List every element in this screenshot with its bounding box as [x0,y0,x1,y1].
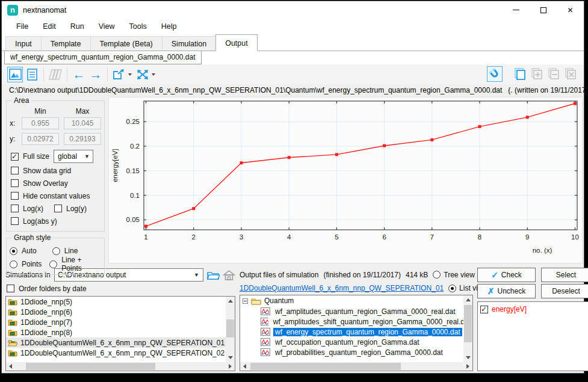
menu-view[interactable]: View [91,20,122,33]
copy-plot-button[interactable] [512,66,528,82]
full-size-checkbox[interactable] [11,153,19,161]
tab-output[interactable]: Output [215,34,258,51]
column-list[interactable]: energy[eV] [477,301,588,371]
tree-view-radio[interactable] [433,271,441,279]
tree-file-row[interactable]: wf_probabilities_quantum_region_Gamma_00… [240,347,472,357]
menu-help[interactable]: Help [154,20,184,33]
tree-vscrollbar[interactable] [463,295,472,362]
simulation-folder-list[interactable]: 1Ddiode_nnp(5) 1Ddiode_nnp(6) 1Ddiode_nn… [5,296,235,371]
scroll-right-button[interactable] [463,362,472,371]
style-points-radio[interactable] [10,260,17,268]
folder-list-hscrollbar[interactable] [6,362,235,371]
forward-button[interactable]: → [88,67,104,82]
log-x-checkbox[interactable] [11,205,19,212]
arrow-left-icon: ← [73,69,85,81]
simulations-panel: Simulations in C:\D\nextnano output ▼ Or [5,268,235,371]
svg-text:3: 3 [240,233,243,241]
x-min-field[interactable]: 0.955 [22,117,59,129]
check-button[interactable]: ✓ Check [477,268,536,282]
add-overlay-button[interactable] [529,66,545,82]
column-item[interactable]: energy[eV] [480,304,588,315]
tree-file-row[interactable]: wf_amplitudes_shift_quantum_region_Gamma… [240,316,472,327]
select-button[interactable]: Select [541,268,588,282]
style-line-points-radio[interactable] [49,260,57,268]
tree-file-row[interactable]: wf_occupation_quantum_region_Gamma.dat [240,337,472,347]
log-abs-y-checkbox[interactable] [11,217,19,225]
output-file-tree[interactable]: Quantum wf_amplitudes_quantum_region_Gam… [240,295,473,371]
folder-list-vscrollbar[interactable] [226,297,235,362]
x-max-field[interactable]: 10.045 [64,117,101,129]
deselect-button[interactable]: Deselect [541,284,588,298]
scroll-up-button[interactable] [463,295,472,304]
magnet-button[interactable] [487,66,503,82]
scroll-left-button[interactable] [240,362,249,371]
clear-overlay-button[interactable] [563,66,578,82]
y-max-field[interactable]: 0.29193 [64,133,101,145]
remove-overlay-button[interactable] [546,66,562,82]
full-extent-button[interactable] [135,67,150,82]
log-y-checkbox[interactable] [54,205,62,212]
show-overlay-checkbox[interactable] [11,179,19,187]
scroll-up-button[interactable] [226,297,235,306]
browse-folder-icon[interactable] [206,270,220,281]
back-button[interactable]: ← [71,67,87,82]
svg-text:5: 5 [335,233,338,241]
menu-run[interactable]: Run [63,20,91,33]
scroll-thumb[interactable] [26,363,155,370]
home-icon[interactable] [223,270,235,281]
tree-hscrollbar[interactable] [240,362,472,371]
open-folder-icon [8,339,17,347]
document-tab-strip: wf_energy_spectrum_quantum_region_Gamma_… [2,51,584,64]
file-written-note: (. (written on 19/11/2017) [508,86,588,94]
tab-template[interactable]: Template [41,36,91,51]
scroll-thumb[interactable] [226,319,234,337]
menu-edit[interactable]: Edit [36,20,63,33]
folder-row[interactable]: 1Ddiode_nnp(7) [6,317,235,327]
hide-constant-values-checkbox[interactable] [11,192,19,200]
chart-area[interactable]: 123456789100.050.10.150.20.25no. (x)ener… [108,97,583,263]
plot-view-button[interactable] [7,67,23,82]
text-view-button[interactable] [24,67,40,82]
order-folders-checkbox[interactable] [7,285,14,292]
full-extent-dropdown-caret[interactable] [152,73,155,76]
tab-template-beta[interactable]: Template (Beta) [90,36,162,51]
folder-row[interactable]: 1DDoubleQuantumWell_6_x_6nm_nnp_QW_SEPER… [6,348,235,358]
scroll-down-button[interactable] [226,353,235,362]
overlay-stack-button[interactable] [48,67,63,82]
scroll-thumb[interactable] [464,305,472,342]
menu-tools[interactable]: Tools [122,20,154,33]
chart-file-icon [261,307,270,315]
tree-file-row-selected[interactable]: wf_energy_spectrum_quantum_region_Gamma_… [240,327,472,337]
folder-row-selected[interactable]: 1DDoubleQuantumWell_6_x_6nm_nnp_QW_SEPER… [6,337,235,348]
style-auto-radio[interactable] [10,247,17,255]
scale-select[interactable]: global ▼ [54,150,93,163]
scroll-thumb[interactable] [250,363,401,370]
collapse-expander-icon[interactable] [243,298,248,304]
tree-file-row[interactable]: wf_amplitudes_quantum_region_Gamma_0000_… [240,306,472,316]
simulation-link[interactable]: 1DDoubleQuantumWell_6_x_6nm_nnp_QW_SEPER… [240,284,444,292]
scroll-down-button[interactable] [463,353,472,362]
minimize-button[interactable] [503,1,530,19]
style-line-radio[interactable] [52,247,60,255]
toolbar: ← → [2,64,584,84]
scroll-left-button[interactable] [6,362,15,371]
energy-column-checkbox[interactable] [480,306,488,313]
maximize-button[interactable] [530,1,557,19]
menu-file[interactable]: File [9,20,36,33]
show-data-grid-checkbox[interactable] [11,167,19,174]
list-view-radio[interactable] [448,285,456,292]
export-button[interactable] [111,67,127,82]
y-min-field[interactable]: 0.02972 [22,133,59,145]
folder-row[interactable]: 1Ddiode_nnp(5) [6,297,235,307]
scroll-right-button[interactable] [226,362,235,371]
close-button[interactable]: ✕ [557,1,584,19]
tab-input[interactable]: Input [5,36,42,51]
minimize-icon [513,10,519,10]
folder-row[interactable]: 1Ddiode_nnp(6) [6,307,235,317]
tree-root-row[interactable]: Quantum [240,295,472,306]
folder-row[interactable]: 1Ddiode_nnp(8) [6,327,235,337]
export-dropdown-caret[interactable] [128,73,132,76]
tab-simulation[interactable]: Simulation [162,36,216,51]
uncheck-button[interactable]: ✗ Uncheck [477,284,536,298]
document-tab[interactable]: wf_energy_spectrum_quantum_region_Gamma_… [4,51,202,64]
